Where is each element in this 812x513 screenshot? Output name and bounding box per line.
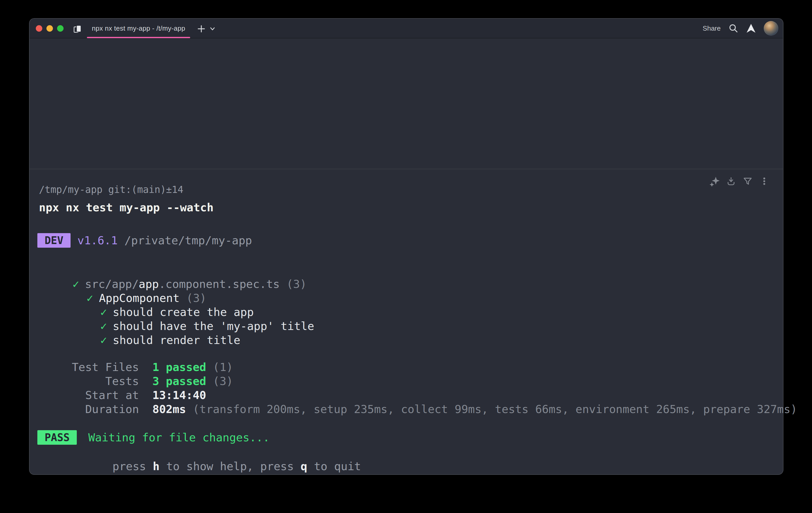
share-button[interactable]: Share [703,24,721,32]
check-icon: ✓ [100,333,107,347]
title-bar: npx nx test my-app - /t/my-app Share [30,19,783,38]
working-directory: /private/tmp/my-app [124,234,252,247]
watch-message: Waiting for file changes... [88,430,269,444]
summary-row-duration: Duration802ms (transform 200ms, setup 23… [39,388,797,430]
summary-note: (3) [213,375,233,387]
warp-logo-icon [746,23,756,33]
new-tab-button[interactable] [196,24,206,34]
hint-text: to quit [307,460,361,473]
test-name: should render title [113,333,240,347]
terminal-window: npx nx test my-app - /t/my-app Share [30,19,783,474]
tab-current[interactable]: npx nx test my-app - /t/my-app [87,19,190,38]
download-icon [726,176,736,186]
hint-text: to show help, press [160,460,301,473]
more-options-icon [759,176,769,186]
search-icon [728,23,738,33]
hint-key-q: q [300,460,307,473]
plus-icon [197,24,206,33]
tab-list-button[interactable] [210,26,215,31]
hint-key-h: h [153,460,160,473]
summary-note: (transform 200ms, setup 235ms, collect 9… [193,403,797,416]
shell-prompt: /tmp/my-app git:(main)±14 [39,184,183,196]
ai-explain-button[interactable] [709,176,720,186]
traffic-lights [36,19,63,38]
tab-title: npx nx test my-app - /t/my-app [92,24,185,32]
summary-label: Duration [66,402,139,416]
active-tab-indicator [87,37,190,38]
block-menu-button[interactable] [759,176,770,186]
watch-hint-line: press h to show help, press q to quit [86,445,361,487]
pages-icon [74,25,82,33]
ai-sparkle-icon [709,176,720,186]
filter-icon [743,176,753,186]
block-divider [30,169,783,169]
search-button[interactable] [728,23,738,33]
file-count: (3) [286,277,307,291]
warp-menu-button[interactable] [746,23,756,33]
vitest-dev-line: DEV v1.6.1 /private/tmp/my-app [37,233,252,248]
block-toolbar [709,176,770,186]
zoom-button[interactable] [57,25,63,32]
pass-badge: PASS [37,430,77,445]
dev-badge: DEV [37,233,70,248]
save-output-button[interactable] [726,176,736,186]
watch-status-line: PASS Waiting for file changes... [37,430,269,445]
file-test-count [280,277,286,291]
titlebar-right-cluster: Share [703,19,778,38]
vitest-version: v1.6.1 [77,234,118,247]
filter-output-button[interactable] [743,176,753,186]
command-line: npx nx test my-app --watch [39,200,213,214]
minimize-button[interactable] [47,25,53,32]
hint-text: press [113,460,153,473]
chevron-down-icon [210,27,215,31]
avatar[interactable] [764,21,778,35]
summary-value: 802ms [152,403,186,416]
close-button[interactable] [36,25,42,32]
